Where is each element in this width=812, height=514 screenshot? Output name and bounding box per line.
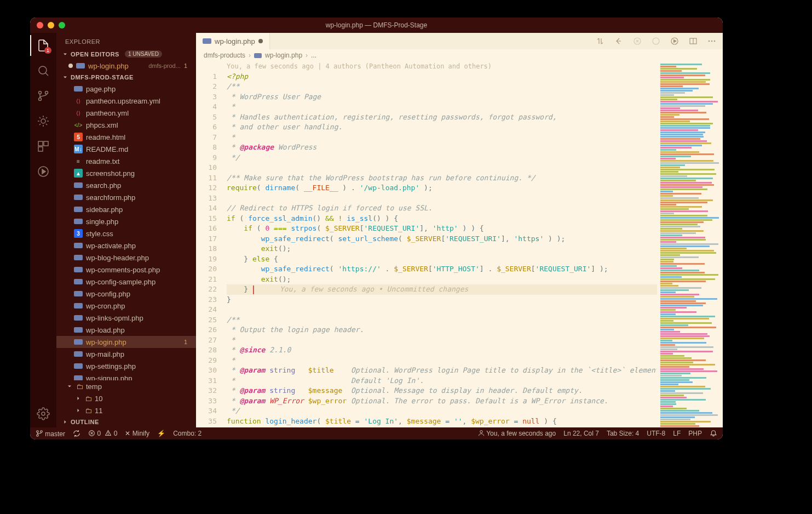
settings-icon[interactable] — [36, 407, 50, 421]
code-line[interactable]: } — [227, 295, 657, 305]
file-tree-item[interactable]: wp-signup.php — [56, 372, 196, 380]
file-tree-item[interactable]: wp-settings.php — [56, 360, 196, 372]
code-line[interactable]: exit(); — [227, 244, 657, 254]
file-tree-item[interactable]: search.php — [56, 179, 196, 191]
code-line[interactable]: wp_safe_redirect( 'https://' . $_SERVER[… — [227, 264, 657, 275]
code-line[interactable] — [227, 193, 657, 204]
file-tree-item[interactable]: ≡readme.txt — [56, 155, 196, 167]
file-tree-item[interactable]: wp-blog-header.php — [56, 252, 196, 264]
file-tree-item[interactable]: ▲screenshot.png — [56, 167, 196, 179]
file-tree-item[interactable]: wp-load.php — [56, 324, 196, 336]
code-line[interactable]: } else { — [227, 254, 657, 265]
file-tree-item[interactable]: sidebar.php — [56, 203, 196, 215]
problems-status[interactable]: 0 0 — [88, 430, 117, 437]
file-tree-item[interactable]: wp-links-opml.php — [56, 312, 196, 324]
code-lens[interactable]: You, a few seconds ago | 4 authors (Pant… — [227, 61, 657, 72]
code-line[interactable]: } You, a few seconds ago • Uncommitted c… — [227, 284, 657, 295]
code-line[interactable]: if ( force_ssl_admin() && ! is_ssl() ) { — [227, 214, 657, 224]
indentation-status[interactable]: Tab Size: 4 — [607, 430, 639, 437]
folder-tree-item[interactable]: 🗀11 — [56, 404, 196, 416]
folder-tree-item[interactable]: 🗀temp — [56, 380, 196, 392]
code-line[interactable]: * Output the login page header. — [227, 325, 657, 335]
file-tree-item[interactable]: wp-login.php1 — [56, 336, 196, 348]
git-blame-status[interactable]: You, a few seconds ago — [478, 430, 556, 437]
tab-wp-login[interactable]: wp-login.php — [196, 33, 270, 49]
combo-status[interactable]: Combo: 2 — [173, 430, 201, 437]
code-line[interactable]: * @param string $title Optional. WordPre… — [227, 365, 657, 376]
window-close-button[interactable] — [37, 22, 43, 28]
file-tree-item[interactable]: wp-comments-post.php — [56, 264, 196, 276]
split-editor-icon[interactable] — [688, 36, 699, 47]
code-line[interactable]: wp_safe_redirect( set_url_scheme( $_SERV… — [227, 234, 657, 244]
breadcrumb-item[interactable]: wp-login.php — [265, 52, 302, 59]
file-tree-item[interactable]: </>phpcs.xml — [56, 119, 196, 131]
debug-icon[interactable] — [36, 114, 50, 128]
outline-header[interactable]: OUTLINE — [56, 416, 196, 427]
breadcrumbs[interactable]: dmfs-products › wp-login.php › ... — [196, 49, 723, 61]
go-prev-icon[interactable] — [632, 36, 643, 47]
notifications-icon[interactable] — [710, 430, 717, 437]
encoding-status[interactable]: UTF-8 — [647, 430, 665, 437]
code-line[interactable]: * @param string $message Optional. Messa… — [227, 386, 657, 396]
file-tree-item[interactable]: wp-cron.php — [56, 300, 196, 312]
file-tree-item[interactable]: page.php — [56, 83, 196, 95]
code-line[interactable]: /** — [227, 82, 657, 92]
minify-status[interactable]: ✕ Minify — [125, 430, 149, 437]
code-line[interactable]: * — [227, 356, 657, 366]
search-icon[interactable] — [36, 64, 50, 78]
code-line[interactable]: * Default 'Log In'. — [227, 376, 657, 386]
code-line[interactable]: * — [227, 102, 657, 112]
window-minimize-button[interactable] — [48, 22, 54, 28]
code-line[interactable]: */ — [227, 153, 657, 163]
extensions-icon[interactable] — [36, 139, 50, 153]
open-editors-header[interactable]: OPEN EDITORS 1 UNSAVED — [56, 48, 196, 60]
file-tree-item[interactable]: wp-activate.php — [56, 239, 196, 252]
code-line[interactable]: * @since 2.1.0 — [227, 345, 657, 356]
compare-changes-icon[interactable] — [595, 36, 606, 47]
breadcrumb-item[interactable]: dmfs-products — [204, 52, 245, 59]
sync-status[interactable] — [73, 430, 80, 438]
window-maximize-button[interactable] — [59, 22, 65, 28]
code-line[interactable]: * WordPress User Page — [227, 92, 657, 102]
minimap[interactable] — [657, 61, 723, 427]
code-line[interactable]: exit(); — [227, 275, 657, 285]
code-line[interactable]: if ( 0 === strpos( $_SERVER['REQUEST_URI… — [227, 224, 657, 234]
code-line[interactable]: */ — [227, 406, 657, 416]
language-status[interactable]: PHP — [688, 430, 702, 437]
code-line[interactable]: * and other user handling. — [227, 122, 657, 133]
breadcrumb-item[interactable]: ... — [311, 52, 316, 59]
code-line[interactable]: * — [227, 133, 657, 143]
file-tree-item[interactable]: wp-config-sample.php — [56, 276, 196, 288]
go-next-icon[interactable] — [650, 36, 661, 47]
open-editor-item[interactable]: wp-login.phpdmfs-prod...1 — [56, 60, 196, 72]
file-tree-item[interactable]: M↓README.md — [56, 143, 196, 155]
file-tree-item[interactable]: 5readme.html — [56, 131, 196, 143]
cursor-position-status[interactable]: Ln 22, Col 7 — [563, 430, 599, 437]
run-icon[interactable] — [669, 36, 680, 47]
code-content[interactable]: You, a few seconds ago | 4 authors (Pant… — [224, 61, 657, 427]
explorer-icon[interactable]: 1 — [36, 38, 50, 53]
code-line[interactable]: require( dirname( __FILE__ ) . '/wp-load… — [227, 183, 657, 193]
file-tree-item[interactable]: wp-mail.php — [56, 348, 196, 360]
file-tree-item[interactable]: wp-config.php — [56, 288, 196, 300]
git-branch-status[interactable]: master — [36, 430, 65, 438]
remote-icon[interactable] — [36, 164, 50, 179]
workspace-header[interactable]: DMFS-PROD-STAGE — [56, 72, 196, 83]
eol-status[interactable]: LF — [673, 430, 681, 437]
file-tree-item[interactable]: searchform.php — [56, 191, 196, 203]
code-line[interactable] — [227, 305, 657, 315]
code-line[interactable]: function login_header( $title = 'Log In'… — [227, 416, 657, 427]
go-back-icon[interactable] — [613, 36, 624, 47]
code-line[interactable]: /** — [227, 315, 657, 325]
code-line[interactable]: * Handles authentication, registering, r… — [227, 112, 657, 123]
file-tree-item[interactable]: ⟨⟩pantheon.yml — [56, 107, 196, 119]
folder-tree-item[interactable]: 🗀10 — [56, 392, 196, 404]
code-line[interactable]: <?php — [227, 72, 657, 82]
code-line[interactable] — [227, 163, 657, 173]
code-line[interactable]: * @param WP_Error $wp_error Optional. Th… — [227, 396, 657, 407]
code-line[interactable]: // Redirect to HTTPS login if forced to … — [227, 203, 657, 214]
code-line[interactable]: * @package WordPress — [227, 142, 657, 153]
file-tree-item[interactable]: 3style.css — [56, 227, 196, 239]
code-line[interactable]: * — [227, 335, 657, 346]
more-actions-icon[interactable] — [706, 36, 717, 47]
